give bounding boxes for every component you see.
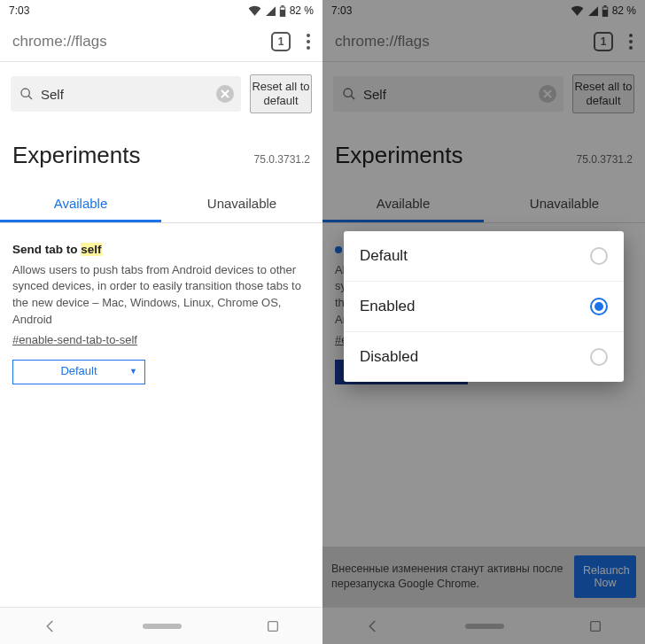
battery-icon — [279, 5, 286, 17]
omnibox[interactable]: chrome://flags 1 — [0, 21, 322, 62]
svg-rect-5 — [268, 621, 278, 631]
battery-percent: 82 % — [612, 4, 636, 17]
tabs: Available Unavailable — [0, 185, 322, 223]
search-icon — [342, 87, 356, 101]
svg-rect-8 — [602, 7, 607, 9]
battery-percent: 82 % — [290, 4, 314, 17]
wifi-icon — [248, 5, 261, 16]
svg-line-4 — [28, 96, 32, 99]
nav-bar — [0, 607, 322, 644]
close-icon — [221, 89, 229, 98]
radio-icon — [590, 348, 608, 366]
overview-button[interactable] — [588, 619, 602, 633]
status-time: 7:03 — [331, 4, 352, 17]
option-enabled[interactable]: Enabled — [344, 282, 624, 332]
clear-search-button[interactable] — [216, 85, 234, 103]
svg-rect-7 — [603, 5, 606, 7]
radio-icon — [590, 247, 608, 265]
search-input-container[interactable] — [11, 76, 241, 112]
status-bar: 7:03 82 % — [0, 0, 322, 21]
close-icon — [543, 89, 552, 98]
reset-all-button[interactable]: Reset all to default — [572, 74, 634, 113]
signal-icon — [587, 5, 598, 16]
reset-all-button[interactable]: Reset all to default — [250, 74, 312, 113]
tabs: Available Unavailable — [322, 185, 645, 223]
svg-rect-1 — [281, 5, 284, 7]
svg-rect-2 — [280, 7, 284, 9]
url-text: chrome://flags — [12, 33, 260, 50]
svg-point-3 — [21, 89, 29, 97]
page-title: Experiments — [335, 142, 463, 169]
search-input-container[interactable] — [333, 76, 563, 112]
menu-button[interactable] — [624, 30, 638, 53]
relaunch-text: Внесенные изменения станут активны после… — [331, 562, 565, 592]
flag-hash-link[interactable]: #enable-send-tab-to-self — [12, 332, 310, 349]
search-input[interactable] — [363, 87, 532, 102]
home-button[interactable] — [143, 624, 182, 629]
modified-dot-icon — [335, 246, 342, 253]
status-time: 7:03 — [9, 4, 29, 17]
option-default[interactable]: Default — [344, 231, 624, 282]
tab-unavailable[interactable]: Unavailable — [161, 185, 322, 222]
option-disabled[interactable]: Disabled — [344, 332, 624, 382]
flag-dropdown[interactable]: Default — [12, 360, 145, 384]
radio-selected-icon — [590, 298, 608, 315]
svg-line-10 — [351, 96, 354, 99]
home-button[interactable] — [465, 624, 504, 629]
search-icon — [19, 87, 34, 101]
omnibox[interactable]: chrome://flags 1 — [322, 21, 645, 62]
status-icons: 82 % — [571, 4, 636, 17]
svg-rect-11 — [591, 621, 601, 631]
tab-switcher-button[interactable]: 1 — [594, 32, 613, 51]
page-title: Experiments — [12, 142, 141, 169]
wifi-icon — [571, 5, 584, 16]
battery-icon — [602, 5, 609, 17]
status-icons: 82 % — [248, 4, 314, 17]
search-input[interactable] — [41, 87, 209, 102]
overview-button[interactable] — [266, 619, 280, 633]
nav-bar — [322, 607, 645, 644]
back-button[interactable] — [365, 618, 381, 634]
version-label: 75.0.3731.2 — [577, 153, 633, 166]
tab-available[interactable]: Available — [322, 185, 484, 222]
relaunch-button[interactable]: Relaunch Now — [574, 555, 636, 598]
clear-search-button[interactable] — [539, 85, 556, 103]
status-bar: 7:03 82 % — [322, 0, 645, 21]
relaunch-banner: Внесенные изменения станут активны после… — [322, 547, 645, 607]
version-label: 75.0.3731.2 — [254, 153, 310, 166]
tab-unavailable[interactable]: Unavailable — [484, 185, 645, 222]
back-button[interactable] — [43, 618, 58, 634]
svg-point-9 — [344, 89, 352, 97]
dropdown-dialog: Default Enabled Disabled — [344, 231, 624, 382]
flag-title: Send tab to self — [12, 241, 310, 259]
search-highlight: self — [81, 243, 101, 256]
signal-icon — [265, 5, 276, 16]
flag-description: Allows users to push tabs from Android d… — [12, 262, 310, 329]
tab-available[interactable]: Available — [0, 185, 161, 222]
tab-switcher-button[interactable]: 1 — [271, 32, 291, 51]
menu-button[interactable] — [301, 30, 315, 53]
url-text: chrome://flags — [335, 33, 583, 50]
